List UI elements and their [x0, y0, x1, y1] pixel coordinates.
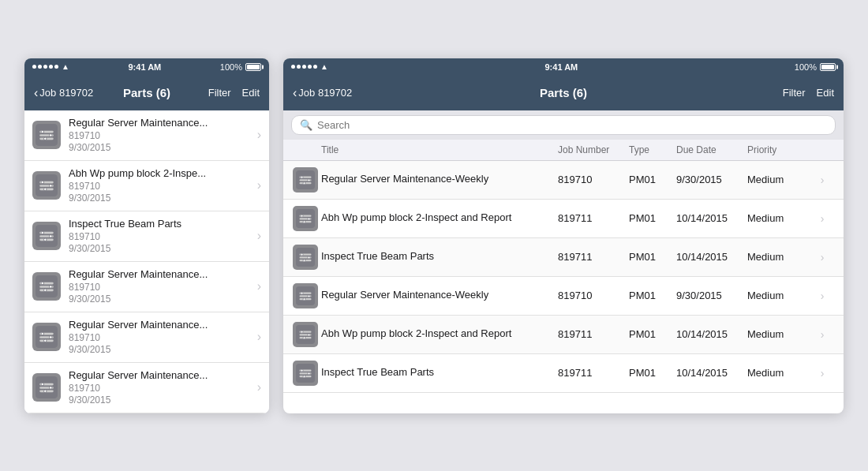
phone-status-left: ▲: [32, 62, 69, 71]
svg-point-34: [44, 339, 47, 342]
list-item[interactable]: Inspect True Beam Parts 819710 9/30/2015…: [24, 211, 269, 262]
table-row[interactable]: Abh Wp pump block 2-Inspect and Report 8…: [283, 316, 844, 354]
battery-label: 100%: [220, 62, 242, 72]
list-item[interactable]: Regular Server Maintenance... 819710 9/3…: [24, 312, 269, 363]
list-item-date: 9/30/2015: [69, 344, 253, 355]
svg-point-12: [50, 185, 53, 188]
phone-status-right: 100%: [220, 62, 261, 72]
svg-point-41: [44, 390, 47, 393]
table-row-priority: Medium: [747, 367, 810, 379]
list-item[interactable]: Regular Server Maintenance... 819710 9/3…: [24, 262, 269, 312]
tablet-status-right: 100%: [795, 62, 836, 72]
svg-point-69: [303, 297, 305, 300]
list-item-date: 9/30/2015: [69, 142, 253, 153]
table-row-type: PM01: [629, 290, 676, 301]
phone-screen: ▲ 9:41 AM 100% ‹ Job 819702 Parts (6) Fi…: [24, 58, 269, 413]
table-row[interactable]: Regular Server Maintenance-Weekly 819710…: [283, 161, 844, 200]
table-row-job: 819710: [558, 290, 629, 301]
svg-point-54: [308, 217, 310, 219]
phone-list: Regular Server Maintenance... 819710 9/3…: [24, 110, 269, 413]
chevron-right-icon: ›: [257, 128, 261, 142]
table-header-cell: Due Date: [676, 144, 747, 155]
table-row[interactable]: Regular Server Maintenance-Weekly 819710…: [283, 277, 844, 316]
table-row-chevron-icon: ›: [810, 212, 834, 225]
svg-point-75: [308, 333, 310, 335]
svg-point-53: [301, 215, 303, 217]
svg-point-62: [303, 259, 305, 261]
phone-nav-title: Parts (6): [123, 86, 170, 99]
table-row-due-date: 10/14/2015: [676, 212, 747, 224]
search-input[interactable]: [317, 119, 827, 131]
devices-wrapper: ▲ 9:41 AM 100% ‹ Job 819702 Parts (6) Fi…: [9, 43, 859, 429]
table-row[interactable]: Abh Wp pump block 2-Inspect and Report 8…: [283, 200, 844, 238]
table-row-priority: Medium: [747, 328, 810, 340]
phone-nav-actions: Filter Edit: [208, 87, 260, 99]
svg-point-19: [50, 235, 53, 238]
table-header-cell: Title: [321, 144, 558, 155]
list-item[interactable]: Abh Wp pump block 2-Inspe... 819710 9/30…: [24, 161, 269, 211]
signal-icon: [32, 65, 58, 69]
table-row-chevron-icon: ›: [810, 290, 834, 302]
list-item-title: Inspect True Beam Parts: [69, 218, 253, 231]
svg-point-74: [301, 331, 303, 333]
table-row-due-date: 10/14/2015: [676, 251, 747, 263]
list-item-job: 819710: [69, 231, 253, 242]
table-row-priority: Medium: [747, 174, 810, 185]
tablet-screen: ▲ 9:41 AM 100% ‹ Job 819702 Parts (6) Fi…: [283, 58, 844, 413]
list-item[interactable]: Regular Server Maintenance... 819710 9/3…: [24, 363, 269, 413]
table-row[interactable]: Inspect True Beam Parts 819711 PM01 10/1…: [283, 238, 844, 277]
tablet-status-bar: ▲ 9:41 AM 100%: [283, 58, 844, 76]
svg-point-40: [50, 387, 53, 390]
list-item-title: Regular Server Maintenance...: [69, 268, 253, 282]
phone-back-button[interactable]: ‹ Job 819702: [34, 87, 93, 99]
svg-point-4: [41, 130, 44, 133]
tablet-chevron-left-icon: ‹: [293, 87, 297, 99]
list-item-title: Regular Server Maintenance...: [69, 369, 253, 383]
search-bar-wrap: 🔍: [283, 110, 844, 140]
list-item-date: 9/30/2015: [69, 293, 253, 305]
table-row-icon: [293, 361, 318, 386]
phone-filter-button[interactable]: Filter: [208, 87, 231, 99]
table-row-chevron-icon: ›: [810, 328, 834, 341]
table-row-job: 819711: [558, 328, 629, 340]
chevron-right-icon: ›: [257, 330, 261, 344]
table-row-due-date: 10/14/2015: [676, 328, 747, 340]
table-row-type: PM01: [629, 367, 676, 379]
tablet-edit-button[interactable]: Edit: [817, 87, 834, 99]
chevron-left-icon: ‹: [34, 87, 38, 99]
battery-icon: [245, 63, 261, 71]
list-item-job: 819710: [69, 282, 253, 293]
table-row-chevron-icon: ›: [810, 251, 834, 264]
svg-point-46: [301, 176, 303, 178]
table-row-job: 819711: [558, 212, 629, 224]
table-row-icon: [293, 167, 318, 193]
tablet-back-button[interactable]: ‹ Job 819702: [293, 87, 352, 99]
svg-point-39: [41, 383, 44, 386]
table-row-job: 819710: [558, 174, 629, 185]
table-row-title: Inspect True Beam Parts: [321, 250, 558, 264]
phone-edit-button[interactable]: Edit: [242, 87, 260, 99]
table-row-title: Inspect True Beam Parts: [321, 366, 558, 379]
list-item-icon: [32, 222, 61, 250]
list-item[interactable]: Regular Server Maintenance... 819710 9/3…: [24, 110, 269, 161]
phone-back-label: Job 819702: [39, 87, 93, 99]
svg-point-26: [50, 286, 53, 289]
tablet-nav-bar: ‹ Job 819702 Parts (6) Filter Edit: [283, 76, 844, 110]
svg-point-27: [44, 289, 47, 292]
list-item-job: 819710: [69, 130, 253, 141]
table-row-title: Abh Wp pump block 2-Inspect and Report: [321, 211, 558, 225]
table-row-title: Abh Wp pump block 2-Inspect and Report: [321, 327, 558, 341]
table-row-title: Regular Server Maintenance-Weekly: [321, 173, 558, 186]
table-row-chevron-icon: ›: [810, 367, 834, 379]
table-row-type: PM01: [629, 251, 676, 263]
tablet-filter-button[interactable]: Filter: [783, 87, 806, 99]
table-row[interactable]: Inspect True Beam Parts 819711 PM01 10/1…: [283, 354, 844, 393]
svg-point-67: [301, 292, 303, 294]
svg-point-81: [301, 369, 303, 372]
svg-point-83: [303, 375, 305, 377]
list-item-date: 9/30/2015: [69, 394, 253, 406]
list-item-icon: [32, 373, 61, 402]
table-row-chevron-icon: ›: [810, 174, 834, 186]
svg-point-5: [50, 134, 53, 137]
table-header-cell: Job Number: [558, 144, 629, 155]
